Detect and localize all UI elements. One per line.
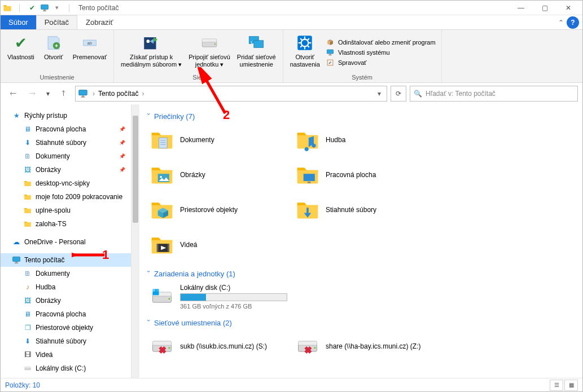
rename-button[interactable]: ab Premenovať — [69, 32, 110, 73]
chevron-down-icon[interactable]: ▾ — [374, 90, 384, 98]
thispc-icon — [78, 89, 88, 99]
qat-check-icon[interactable]: ✔ — [28, 3, 37, 12]
nav-downloads[interactable]: ⬇Stiahnuté súbory📌 — [1, 136, 131, 149]
view-details-button[interactable]: ☰ — [550, 380, 563, 391]
nav-pc-driveC[interactable]: Lokálny disk (C:) — [1, 362, 131, 375]
nav-onedrive[interactable]: ☁OneDrive - Personal — [1, 235, 131, 249]
network-drive-icon — [200, 33, 219, 52]
nav-folder-2[interactable]: moje foto 2009 pokracovanie — [1, 190, 131, 204]
tile-music[interactable]: Hudba — [294, 126, 436, 153]
nav-pc-videos[interactable]: 🎞Videá — [1, 348, 131, 362]
nav-documents[interactable]: 🗎Dokumenty📌 — [1, 149, 131, 163]
nav-pc-documents[interactable]: 🗎Dokumenty — [1, 267, 131, 280]
nav-folder-4[interactable]: zaloha-TS — [1, 217, 131, 231]
group-netloc-header[interactable]: › Sieťové umiestnenia (2) — [145, 319, 572, 327]
svg-rect-31 — [304, 174, 315, 181]
group-location-label: Umiestnenie — [4, 73, 110, 82]
nav-desktop[interactable]: 🖥Pracovná plocha📌 — [1, 122, 131, 136]
address-bar[interactable]: › Tento počítač › ▾ — [75, 86, 387, 102]
tile-videos[interactable]: Videá — [148, 231, 291, 258]
tile-pictures[interactable]: Obrázky — [148, 161, 291, 188]
group-network-label: Sieť — [117, 73, 279, 82]
view-tiles-button[interactable]: ▦ — [564, 380, 578, 391]
nav-pc-music[interactable]: ♪Hudba — [1, 280, 131, 294]
svg-text:ab: ab — [87, 41, 92, 46]
qat-divider-icon: │ — [15, 3, 24, 12]
close-button[interactable]: ✕ — [556, 1, 580, 15]
nav-scrollbar[interactable] — [131, 104, 139, 378]
forward-button[interactable]: 🡒 — [24, 86, 40, 102]
navigation-pane: ★ Rýchly prístup 🖥Pracovná plocha📌 ⬇Stia… — [1, 104, 131, 378]
svg-rect-34 — [157, 244, 159, 252]
collapse-ribbon-button[interactable]: ⌃ — [555, 15, 567, 29]
window-title: Tento počítač — [78, 4, 119, 12]
nav-pc-pictures[interactable]: 🖼Obrázky — [1, 294, 131, 307]
search-placeholder: Hľadať v: Tento počítač — [426, 90, 496, 98]
settings-icon — [295, 33, 314, 52]
chevron-down-icon: › — [146, 271, 152, 278]
open-icon — [44, 33, 63, 52]
breadcrumb-item[interactable]: Tento počítač — [96, 90, 141, 98]
tile-3dobjects[interactable]: Priestorové objekty — [148, 196, 291, 223]
nav-folder-1[interactable]: desktop-vnc-sipky — [1, 177, 131, 190]
chevron-right-icon[interactable]: › — [141, 90, 145, 98]
manage-button[interactable]: Spravovať — [323, 58, 438, 68]
tile-desktop[interactable]: Pracovná plocha — [294, 161, 436, 188]
check-icon: ✔ — [11, 33, 30, 52]
group-folders-header[interactable]: › Priečinky (7) — [145, 112, 572, 121]
nav-pc-downloads[interactable]: ⬇Stiahnuté súbory — [1, 334, 131, 348]
cube-icon: ❒ — [23, 323, 32, 332]
media-access-button[interactable]: Získať prístup k mediálnym súborom ▾ — [117, 32, 185, 73]
ribbon: ✔ Vlastnosti Otvoriť ab Premenovať Umies… — [1, 30, 582, 83]
file-tab[interactable]: Súbor — [1, 15, 36, 29]
recent-locations-button[interactable]: ▾ — [43, 86, 52, 102]
help-button[interactable]: ? — [567, 16, 579, 29]
folder-icon — [23, 206, 32, 215]
group-devices-header[interactable]: › Zariadenia a jednotky (1) — [145, 270, 572, 278]
chevron-right-icon: › — [91, 90, 96, 98]
desktop-icon: 🖥 — [23, 310, 32, 319]
refresh-button[interactable]: ⟳ — [391, 86, 406, 102]
back-button[interactable]: 🡐 — [5, 86, 21, 102]
nav-quick-access[interactable]: ★ Rýchly prístup — [1, 109, 131, 122]
tile-netdrive-1[interactable]: sukb (\\sukb.ics.muni.cz) (S:) — [148, 333, 291, 360]
folder-downloads-icon — [294, 196, 321, 223]
up-button[interactable]: 🡑 — [56, 86, 72, 102]
add-network-location-button[interactable]: Pridať sieťové umiestnenie — [234, 32, 279, 73]
network-globe-icon — [247, 33, 266, 52]
properties-button[interactable]: ✔ Vlastnosti — [4, 32, 38, 73]
tile-documents[interactable]: Dokumenty — [148, 126, 291, 153]
desktop-icon: 🖥 — [23, 125, 32, 134]
tile-downloads[interactable]: Stiahnuté súbory — [294, 196, 436, 223]
folder-desktop-icon — [294, 161, 321, 188]
nav-pictures[interactable]: 🖼Obrázky📌 — [1, 163, 131, 177]
uninstall-programs-button[interactable]: Odinštalovať alebo zmeniť program — [323, 37, 438, 47]
search-icon: 🔍 — [414, 90, 422, 98]
monitor-icon — [12, 256, 21, 265]
qat-folder-icon[interactable] — [3, 3, 12, 12]
drive-label: Lokálny disk (C:) — [180, 284, 295, 292]
system-properties-button[interactable]: Vlastnosti systému — [323, 47, 438, 58]
qat-customize-icon[interactable]: ▾ — [52, 3, 62, 12]
minimize-button[interactable]: — — [509, 1, 533, 15]
tile-drive-c[interactable]: Lokálny disk (C:) 361 GB voľných z 476 G… — [148, 284, 295, 311]
maximize-button[interactable]: ▢ — [533, 1, 556, 15]
pin-icon: 📌 — [119, 153, 125, 159]
search-box[interactable]: 🔍 Hľadať v: Tento počítač — [410, 86, 578, 102]
qat-divider2-icon: │ — [65, 3, 74, 12]
tile-netdrive-2[interactable]: share (\\ha-bay.ics.muni.cz) (Z:) — [294, 333, 436, 360]
view-tab[interactable]: Zobraziť — [77, 15, 121, 29]
qat-pc-icon[interactable] — [40, 3, 49, 12]
nav-pc-desktop[interactable]: 🖥Pracovná plocha — [1, 307, 131, 321]
open-settings-button[interactable]: Otvoriť nastavenia — [287, 32, 323, 73]
svg-rect-32 — [308, 182, 311, 183]
content-area: › Priečinky (7) Dokumenty Hudba Obrázky … — [131, 104, 582, 378]
nav-folder-3[interactable]: uplne-spolu — [1, 204, 131, 217]
nav-this-pc[interactable]: Tento počítač — [1, 253, 131, 267]
nav-pc-3dobjects[interactable]: ❒Priestorové objekty — [1, 321, 131, 334]
map-network-drive-button[interactable]: Pripojiť sieťovú jednotku ▾ — [185, 32, 234, 73]
computer-tab[interactable]: Počítač — [36, 15, 77, 29]
status-bar: Položky: 10 ☰ ▦ — [1, 378, 582, 391]
open-button[interactable]: Otvoriť — [38, 32, 69, 73]
download-icon: ⬇ — [23, 138, 32, 147]
